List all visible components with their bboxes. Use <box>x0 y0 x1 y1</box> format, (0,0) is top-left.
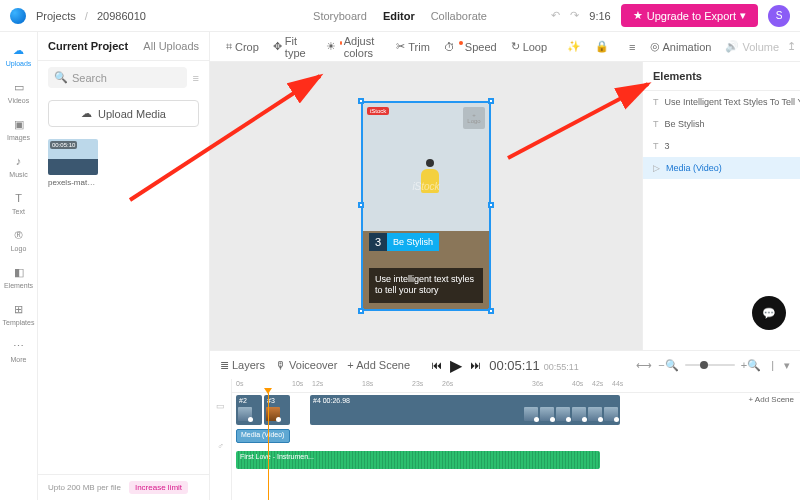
resize-handle[interactable] <box>358 202 364 208</box>
text-icon: T <box>653 141 659 151</box>
zoom-slider[interactable] <box>685 364 735 366</box>
speed-button[interactable]: ⏱Speed <box>438 38 503 56</box>
rail-images[interactable]: ▣Images <box>0 112 37 145</box>
element-item[interactable]: TUse Intelligent Text Styles To Tell You… <box>643 91 800 113</box>
resize-handle[interactable] <box>358 308 364 314</box>
resize-handle[interactable] <box>488 308 494 314</box>
align-button[interactable]: ≡ <box>623 38 641 56</box>
loop-button[interactable]: ↻Loop <box>505 37 553 56</box>
resize-handle[interactable] <box>488 98 494 104</box>
more-icon: ⋯ <box>11 338 27 354</box>
number-badge[interactable]: 3 Be Stylish <box>369 233 439 251</box>
fit-zoom-icon[interactable]: ⟷ <box>636 359 652 372</box>
collapse-timeline-icon[interactable]: ▾ <box>784 359 790 372</box>
text-icon: T <box>11 190 27 206</box>
canvas[interactable]: iStock iStock +Logo 3 Be Stylish Use int… <box>210 62 642 350</box>
text-icon: T <box>653 119 659 129</box>
upgrade-button[interactable]: ★ Upgrade to Export ▾ <box>621 4 758 27</box>
trim-button[interactable]: ✂Trim <box>390 37 436 56</box>
breadcrumb-root[interactable]: Projects <box>36 10 76 22</box>
element-item[interactable]: TBe Stylish <box>643 113 800 135</box>
tab-collaborate[interactable]: Collaborate <box>431 10 487 22</box>
tab-storyboard[interactable]: Storyboard <box>313 10 367 22</box>
add-logo-placeholder[interactable]: +Logo <box>463 107 485 129</box>
rail-elements[interactable]: ◧Elements <box>0 260 37 293</box>
panel-tab-current[interactable]: Current Project <box>48 40 128 52</box>
grid-icon: ⊞ <box>11 301 27 317</box>
video-frame[interactable]: iStock iStock +Logo 3 Be Stylish Use int… <box>361 101 491 311</box>
redo-icon[interactable]: ↷ <box>570 9 579 22</box>
panel-tab-all[interactable]: All Uploads <box>143 40 199 52</box>
chat-icon: 💬 <box>762 307 776 320</box>
star-icon: ★ <box>633 9 643 22</box>
adjust-colors-button[interactable]: ☀Adjust colors <box>320 32 383 62</box>
zoom-in-icon[interactable]: +🔍 <box>741 359 761 372</box>
stock-badge: iStock <box>367 107 389 115</box>
registered-icon: ® <box>11 227 27 243</box>
thumbnail-filename: pexels-matheus-n... <box>48 178 98 187</box>
export-icon[interactable]: ↥ <box>787 40 796 53</box>
media-thumbnail[interactable]: 00:05:10 pexels-matheus-n... <box>48 139 98 187</box>
rail-templates[interactable]: ⊞Templates <box>0 297 37 330</box>
notification-dot <box>340 41 342 45</box>
zoom-out-icon[interactable]: −🔍 <box>658 359 678 372</box>
search-input[interactable]: 🔍 Search <box>48 67 187 88</box>
undo-icon[interactable]: ↶ <box>551 9 560 22</box>
search-icon: 🔍 <box>54 71 68 84</box>
resize-handle[interactable] <box>358 98 364 104</box>
scene-clip[interactable]: #4 00:26.98 <box>310 395 620 425</box>
fit-type-button[interactable]: ✥Fit type <box>267 32 312 62</box>
shapes-icon: ◧ <box>11 264 27 280</box>
caption-text[interactable]: Use intelligent text styles to tell your… <box>369 268 483 303</box>
increase-limit-button[interactable]: Increase limit <box>129 481 188 494</box>
breadcrumb[interactable]: Projects / 20986010 <box>36 10 146 22</box>
wand-button[interactable]: ✨ <box>561 37 587 56</box>
element-item[interactable]: T3 <box>643 135 800 157</box>
lock-icon: 🔒 <box>595 40 609 53</box>
wand-icon: ✨ <box>567 40 581 53</box>
layers-toggle[interactable]: ≣Layers <box>220 359 265 372</box>
rail-music[interactable]: ♪Music <box>0 149 37 182</box>
video-track-icon: ▭ <box>216 401 225 411</box>
elements-header: Elements <box>643 62 800 91</box>
timeline-tracks[interactable]: 0s 10s 12s 18s 23s 26s 36s 40s 42s 44s +… <box>232 379 800 500</box>
play-icon: ▷ <box>653 163 660 173</box>
music-note-icon: ♪ <box>11 153 27 169</box>
timeline-ruler[interactable]: 0s 10s 12s 18s 23s 26s 36s 40s 42s 44s <box>232 379 800 393</box>
element-item[interactable]: ▷Media (Video) <box>643 157 800 179</box>
voiceover-button[interactable]: 🎙Voiceover <box>275 359 337 371</box>
animation-button[interactable]: ◎Animation <box>644 37 718 56</box>
video-icon: ▭ <box>11 79 27 95</box>
prev-button[interactable]: ⏮ <box>431 359 442 371</box>
tab-editor[interactable]: Editor <box>383 10 415 22</box>
watermark: iStock <box>363 181 489 192</box>
crop-icon: ⌗ <box>226 40 232 53</box>
upload-limit-text: Upto 200 MB per file <box>48 483 121 492</box>
app-logo <box>10 8 26 24</box>
chat-fab[interactable]: 💬 <box>752 296 786 330</box>
upload-media-button[interactable]: ☁ Upload Media <box>48 100 199 127</box>
avatar[interactable]: S <box>768 5 790 27</box>
scene-clip[interactable]: #2 <box>236 395 262 425</box>
rail-more[interactable]: ⋯More <box>0 334 37 367</box>
resize-handle[interactable] <box>488 202 494 208</box>
audio-track-icon: ♂ <box>217 441 224 451</box>
next-button[interactable]: ⏭ <box>470 359 481 371</box>
audio-clip[interactable]: First Love - Instrumen... <box>236 451 600 469</box>
aspect-ratio[interactable]: 9:16 <box>589 10 610 22</box>
crop-button[interactable]: ⌗Crop <box>220 37 265 56</box>
rail-videos[interactable]: ▭Videos <box>0 75 37 108</box>
lock-button[interactable]: 🔒 <box>589 37 615 56</box>
add-scene-button[interactable]: + Add Scene <box>347 359 410 371</box>
rail-uploads[interactable]: ☁Uploads <box>0 38 37 71</box>
cloud-icon: ☁ <box>81 107 92 120</box>
rail-text[interactable]: TText <box>0 186 37 219</box>
breadcrumb-project-id[interactable]: 20986010 <box>97 10 146 22</box>
play-button[interactable]: ▶ <box>450 356 462 375</box>
thumbnail-duration: 00:05:10 <box>50 141 77 149</box>
media-clip[interactable]: Media (Video) <box>236 429 290 443</box>
playhead[interactable] <box>268 393 269 500</box>
scissors-icon: ✂ <box>396 40 405 53</box>
rail-logo[interactable]: ®Logo <box>0 223 37 256</box>
filter-icon[interactable]: ≡ <box>193 72 199 84</box>
